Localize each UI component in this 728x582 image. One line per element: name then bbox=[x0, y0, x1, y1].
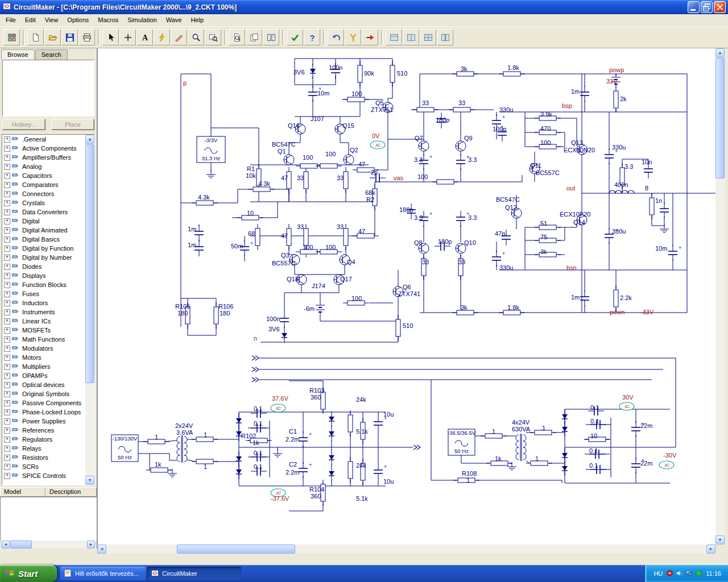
inductor[interactable] bbox=[609, 190, 634, 193]
transistor[interactable] bbox=[344, 155, 354, 165]
tree-item-original-symbols[interactable]: +Original Symbols bbox=[2, 389, 85, 398]
expand-icon[interactable]: + bbox=[4, 155, 10, 161]
close-button[interactable] bbox=[714, 1, 726, 13]
labels-layer[interactable]: p3V6100n90k51010m3k1.8kpowp33V1m2kbsp100… bbox=[155, 64, 677, 502]
initial-condition-marker[interactable]: .IC bbox=[370, 141, 385, 149]
tree-item-digital-animated[interactable]: +Digital Animated bbox=[2, 226, 85, 235]
tree-item-instruments[interactable]: +Instruments bbox=[2, 307, 85, 317]
menu-simulation[interactable]: Simulation bbox=[123, 15, 161, 25]
electrolytic-capacitor[interactable]: + bbox=[668, 245, 681, 261]
language-indicator[interactable]: HU bbox=[653, 570, 663, 577]
resistor[interactable] bbox=[526, 461, 552, 465]
menu-options[interactable]: Options bbox=[63, 15, 93, 25]
expand-icon[interactable]: + bbox=[4, 355, 10, 361]
scrollbar-thumb[interactable] bbox=[715, 58, 725, 178]
tree-item-modulators[interactable]: +Modulators bbox=[2, 344, 85, 353]
ground[interactable] bbox=[273, 449, 282, 457]
resistor[interactable] bbox=[344, 167, 348, 193]
diode[interactable] bbox=[236, 413, 242, 428]
tree-item-connectors[interactable]: +Connectors bbox=[2, 189, 85, 198]
diode[interactable] bbox=[282, 328, 287, 343]
description-tab[interactable]: Description bbox=[46, 487, 97, 497]
diode[interactable] bbox=[329, 466, 334, 481]
tree-item-multipliers[interactable]: +Multipliers bbox=[2, 362, 85, 371]
connector-arrow[interactable] bbox=[252, 356, 259, 360]
tree-item-phase-locked-loops[interactable]: +Phase-Locked Loops bbox=[2, 408, 85, 417]
electrolytic-capacitor[interactable]: + bbox=[605, 148, 618, 164]
connector-arrow[interactable] bbox=[413, 445, 420, 450]
toolbar-button-tile-3[interactable] bbox=[420, 29, 436, 45]
tree-item-active-components[interactable]: +Active Components bbox=[2, 144, 85, 153]
signal-source[interactable]: -3/3V31.3 Hz bbox=[197, 136, 225, 163]
canvas-vscrollbar[interactable]: ▲ ▼ bbox=[715, 48, 725, 544]
menu-edit[interactable]: Edit bbox=[20, 15, 40, 25]
tree-item-crystals[interactable]: +Crystals bbox=[2, 198, 85, 207]
expand-icon[interactable]: + bbox=[4, 273, 10, 279]
toolbar-button-design-check[interactable] bbox=[287, 29, 303, 45]
expand-icon[interactable]: + bbox=[4, 218, 10, 225]
battery[interactable] bbox=[316, 302, 325, 315]
restore-button[interactable] bbox=[701, 1, 713, 13]
expand-icon[interactable]: + bbox=[4, 300, 10, 306]
expand-icon[interactable]: + bbox=[4, 464, 10, 470]
scroll-left-icon[interactable]: ◄ bbox=[97, 544, 106, 554]
tree-item-inductors[interactable]: +Inductors bbox=[2, 298, 85, 307]
hotkey-button[interactable]: Hotkey... bbox=[2, 119, 46, 130]
toolbar-button-wire-tool[interactable] bbox=[154, 29, 170, 45]
resistor[interactable] bbox=[390, 61, 395, 87]
resistor[interactable] bbox=[214, 302, 218, 329]
tree-item-relays[interactable]: +Relays bbox=[2, 444, 85, 453]
transformer[interactable] bbox=[177, 435, 187, 463]
toolbar-button-text-tool[interactable]: A bbox=[136, 29, 153, 45]
tree-item-function-blocks[interactable]: +Function Blocks bbox=[2, 280, 85, 289]
tree-item-motors[interactable]: +Motors bbox=[2, 353, 85, 362]
expand-icon[interactable]: + bbox=[4, 200, 10, 206]
tree-item-fuses[interactable]: +Fuses bbox=[2, 289, 85, 298]
electrolytic-capacitor[interactable]: + bbox=[299, 462, 312, 478]
ground[interactable] bbox=[206, 170, 216, 178]
expand-icon[interactable]: + bbox=[4, 418, 10, 425]
tab-browse[interactable]: Browse bbox=[1, 49, 35, 60]
expand-icon[interactable]: + bbox=[4, 382, 10, 388]
expand-icon[interactable]: + bbox=[4, 227, 10, 234]
menu-file[interactable]: File bbox=[1, 15, 20, 25]
model-tab[interactable]: Model bbox=[0, 487, 46, 497]
expand-icon[interactable]: + bbox=[4, 318, 10, 325]
capacitor[interactable] bbox=[280, 312, 289, 328]
resistor[interactable] bbox=[449, 107, 475, 112]
diode[interactable] bbox=[562, 422, 568, 436]
transistor[interactable] bbox=[419, 141, 429, 151]
title-bar[interactable]: CircuitMaker - [C:\Program Files\Circuit… bbox=[0, 0, 728, 14]
tree-item-opamps[interactable]: +OPAMPs bbox=[2, 371, 85, 380]
menu-wave[interactable]: Wave bbox=[162, 15, 187, 25]
connector-arrow[interactable] bbox=[252, 367, 259, 372]
menu-help[interactable]: Help bbox=[186, 15, 208, 25]
resistor[interactable] bbox=[192, 201, 218, 205]
tree-item-displays[interactable]: +Displays bbox=[2, 271, 85, 280]
expand-icon[interactable]: + bbox=[4, 364, 10, 370]
resistor[interactable] bbox=[321, 480, 325, 506]
expand-icon[interactable]: + bbox=[4, 446, 10, 452]
tree-item-scrs[interactable]: +SCRs bbox=[2, 462, 85, 471]
resistor[interactable] bbox=[348, 410, 353, 436]
expand-icon[interactable]: + bbox=[4, 473, 10, 479]
toolbar-button-split-view[interactable] bbox=[263, 29, 279, 45]
expand-icon[interactable]: + bbox=[4, 427, 10, 434]
tree-item-comparators[interactable]: +Comparators bbox=[2, 180, 85, 189]
volume-icon[interactable] bbox=[676, 569, 683, 578]
schematic-canvas[interactable]: +++++++++++++++++-3/3V31.3 Hz-130/130V50… bbox=[97, 48, 715, 544]
tree-item-spice-controls[interactable]: +SPICE Controls bbox=[2, 471, 85, 480]
sidebar-hscrollbar[interactable]: ◄ ► bbox=[2, 541, 95, 548]
resistor[interactable] bbox=[614, 285, 618, 311]
resistor[interactable] bbox=[458, 254, 463, 280]
menu-view[interactable]: View bbox=[40, 15, 63, 25]
diode[interactable] bbox=[562, 448, 568, 463]
expand-icon[interactable]: + bbox=[4, 282, 10, 288]
resistor[interactable] bbox=[421, 254, 426, 280]
capacitor[interactable] bbox=[580, 290, 589, 306]
expand-icon[interactable]: + bbox=[4, 164, 10, 170]
toolbar-button-tile-1[interactable] bbox=[386, 29, 402, 45]
scroll-up-icon[interactable]: ▲ bbox=[715, 48, 725, 57]
resistor[interactable] bbox=[535, 252, 561, 257]
resistor[interactable] bbox=[344, 224, 348, 250]
